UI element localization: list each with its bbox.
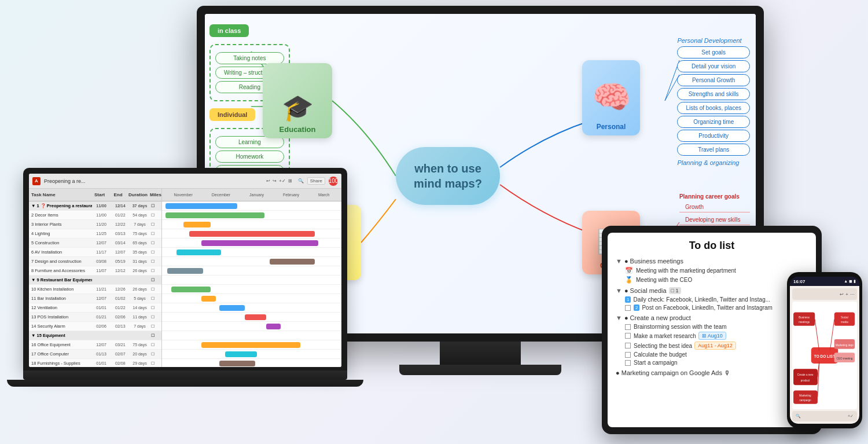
phone-mindmap-area: TO DO LIST Business meetings Social medi… — [792, 302, 857, 409]
todo-section-product: ▼ ● Create a new product Brainstorming s… — [616, 314, 808, 366]
bar-row-13 — [162, 313, 341, 322]
phone-toolbar-icon2: + — [845, 292, 848, 297]
personal-right-group: Personal Development Set goals Detail yo… — [677, 37, 750, 168]
taking-notes: Taking notes — [215, 52, 284, 64]
education-label: Education — [279, 125, 316, 134]
gantt-row-5: 5 Construction 12/0703/1465 days☐ — [29, 238, 161, 248]
gantt-search-icon[interactable]: 🔍 — [298, 178, 304, 184]
phone-search-icon[interactable]: 🔍 — [796, 414, 801, 419]
phone-status-icons: ▲ ◼ ▮ — [844, 279, 856, 284]
gantt-app: A Preopening a re... ↩ ↪ +✓ ⊞ 🔍 Share 10… — [29, 174, 341, 367]
growth-node: Growth — [679, 202, 750, 212]
personal-growth: Personal Growth — [677, 74, 750, 86]
checkbox-post[interactable] — [625, 305, 631, 311]
bullet-icon-marketing: ● — [616, 369, 620, 376]
todo-content: To do list ▼ ● Business meetings 📅 Meeti… — [608, 233, 816, 387]
detail-vision: Detail your vision — [677, 60, 750, 72]
daily-check-text: Daily check: Facebook, LinkedIn, Twitter… — [633, 296, 770, 303]
personal-label: Personal — [597, 123, 626, 131]
col-start-header: Start — [90, 192, 109, 197]
gantt-bars — [162, 201, 341, 367]
laptop-base — [23, 370, 347, 380]
svg-text:Create a new: Create a new — [797, 373, 814, 376]
checkbox-best-idea-2[interactable] — [625, 343, 631, 348]
market-research-text: Make a market research — [634, 333, 696, 339]
developing-skills-node: Developing new skills — [679, 215, 750, 225]
gantt-row-14: 14 Security Alarm 02/0602/137 days☐ — [29, 322, 161, 331]
gantt-row-8: 8 Furniture and Accessories 11/0712/1226… — [29, 266, 161, 276]
individual-node: Individual — [209, 108, 255, 121]
gantt-icon-more[interactable]: ⊞ — [288, 178, 292, 184]
calculate-budget-text: Calculate the budget — [634, 351, 687, 358]
checkbox-market-research[interactable] — [625, 333, 631, 339]
svg-rect-17 — [793, 369, 818, 385]
phone-screen: 16:07 ▲ ◼ ▮ ↩ + ⋯ TO DO LIST — [790, 277, 859, 424]
phone-status-bar: 16:07 ▲ ◼ ▮ — [790, 277, 859, 286]
tablet-screen: To do list ▼ ● Business meetings 📅 Meeti… — [608, 233, 816, 427]
todo-item-post: 2 Post on Facebook, LinkedIn, Twitter an… — [625, 304, 808, 311]
svg-text:meetings: meetings — [799, 321, 810, 324]
personal-box: 🧠 Personal — [582, 60, 640, 135]
post-text: Post on Facebook, LinkedIn, Twitter and … — [642, 304, 773, 311]
checkbox-campaign[interactable] — [625, 360, 631, 366]
career-nodes-title: Planning career goals — [679, 193, 750, 200]
gantt-row-1: ▼ 1 ❓ Preopening a restaurant 11/0012/14… — [29, 201, 161, 211]
gantt-row-16: 16 Office Equipment 12/0703/2175 days☐ — [29, 340, 161, 350]
laptop-bottom — [7, 380, 363, 387]
todo-title: To do list — [616, 240, 808, 252]
gantt-title: Preopening a re... — [44, 178, 263, 184]
tag-aug11: Aug11 - Aug12 — [694, 342, 736, 350]
phone-body: 16:07 ▲ ◼ ▮ ↩ + ⋯ TO DO LIST — [787, 272, 862, 428]
lists-books: Lists of books, places — [677, 102, 750, 114]
phone-more-icon[interactable]: +✓ — [848, 414, 854, 419]
checkbox-budget[interactable] — [625, 352, 631, 358]
todo-item-campaign: Start a campaign — [625, 359, 808, 366]
svg-text:product: product — [801, 379, 810, 382]
svg-text:campaign: campaign — [799, 399, 811, 402]
laptop-screen-outer: A Preopening a re... ↩ ↪ +✓ ⊞ 🔍 Share 10… — [23, 168, 347, 370]
todo-item-best-idea-full: Selecting the best idea Aug11 - Aug12 — [625, 342, 808, 350]
svg-text:Social: Social — [841, 316, 848, 319]
todo-item-meeting-marketing: 📅 Meeting with the marketing department — [625, 267, 808, 274]
social-badge: □ 1 — [669, 287, 681, 294]
todo-item-market-research: Make a market research ⊞ Aug10 — [625, 332, 808, 340]
business-meetings-label: Business meetings — [630, 258, 683, 265]
bullet-icon-business: ● — [624, 258, 628, 265]
todo-section-social: ▼ ● Social media □ 1 1 Daily check: Face… — [616, 287, 808, 311]
bar-row-15 — [162, 331, 341, 340]
month-feb: February — [283, 193, 299, 197]
share-button[interactable]: Share — [307, 177, 325, 185]
gantt-row-13: 13 POS Installation 01/2102/0611 days☐ — [29, 313, 161, 322]
col-end-header: End — [109, 192, 127, 197]
gantt-row-11: 11 Bar Installation 12/0701/025 days☐ — [29, 294, 161, 303]
gantt-icon-redo[interactable]: ↪ — [273, 178, 277, 184]
homework: Homework — [215, 151, 284, 163]
todo-section-marketing-header: ● Marketing campaign on Google Ads 🎙 — [616, 369, 808, 376]
bar-row-4 — [162, 229, 341, 238]
phone-mindmap-svg: TO DO LIST Business meetings Social medi… — [792, 302, 857, 409]
gantt-row-6: 6 AV Installation 11/1712/0735 days☐ — [29, 248, 161, 257]
bullet-icon-social: ● — [624, 287, 628, 294]
bar-row-2 — [162, 211, 341, 220]
bar-row-6 — [162, 248, 341, 257]
checkbox-brainstorm[interactable] — [625, 324, 631, 330]
gantt-icon-plus[interactable]: +✓ — [279, 178, 286, 184]
create-product-label: Create a new product — [630, 314, 691, 321]
svg-rect-21 — [793, 390, 818, 403]
phone-toolbar-icon: ↩ — [840, 292, 844, 297]
meeting-marketing-text: Meeting with the marketing department — [636, 267, 736, 274]
todo-item-meeting-ceo: 🏅 Meeting with the CEO — [625, 276, 808, 284]
gantt-row-17: 17 Office Computer 01/1302/0720 days☐ — [29, 350, 161, 359]
svg-rect-13 — [834, 313, 855, 326]
gantt-icon-undo[interactable]: ↩ — [266, 178, 270, 184]
gantt-row-18: 18 Furnishings - Supplies 01/0102/0829 d… — [29, 359, 161, 367]
phone-content: ↩ + ⋯ TO DO LIST Business meetings — [790, 286, 859, 424]
chevron-down-icon-business: ▼ — [616, 258, 622, 265]
start-campaign-text: Start a campaign — [634, 359, 678, 366]
svg-text:media: media — [841, 321, 848, 324]
svg-line-16 — [830, 320, 834, 351]
gantt-row-15: ▼ 15 Equipment ☐ — [29, 331, 161, 340]
todo-section-business-header: ▼ ● Business meetings — [616, 258, 808, 265]
personal-dev-label: Personal Development — [677, 37, 750, 44]
in-class-node: in class — [209, 24, 249, 37]
